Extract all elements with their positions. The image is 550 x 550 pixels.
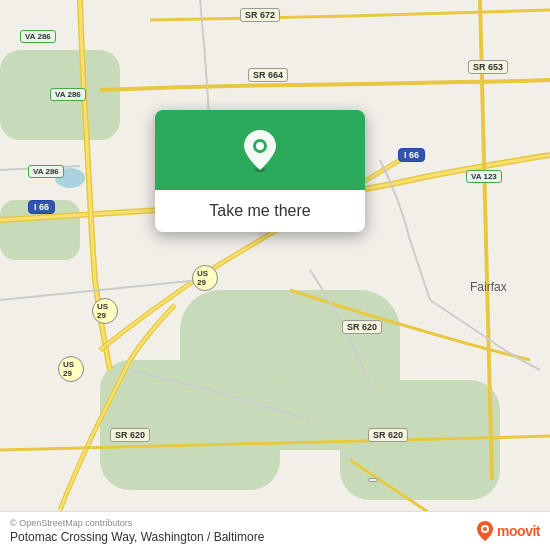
moovit-brand-text: moovit: [497, 523, 540, 539]
take-me-there-button[interactable]: Take me there: [193, 202, 326, 220]
route-sr664: SR 664: [248, 68, 288, 82]
bottom-bar: © OpenStreetMap contributors Potomac Cro…: [0, 511, 550, 550]
route-i66-2: I 66: [398, 148, 425, 162]
route-va123: VA 123: [466, 170, 502, 183]
route-i66-1: I 66: [28, 200, 55, 214]
svg-point-4: [483, 527, 487, 531]
roads-overlay: [0, 0, 550, 550]
popup-header: [155, 110, 365, 190]
route-va286-1: VA 286: [20, 30, 56, 43]
copyright-text: © OpenStreetMap contributors: [10, 518, 540, 528]
route-us29-2: US 29: [92, 298, 118, 324]
route-sr672: SR 672: [240, 8, 280, 22]
route-sr620-2: SR 620: [368, 428, 408, 442]
svg-point-2: [256, 142, 264, 150]
route-us29-3: US 29: [58, 356, 84, 382]
route-sr620-3: [368, 478, 378, 482]
moovit-pin-icon: [476, 520, 494, 542]
route-sr655: SR 620: [342, 320, 382, 334]
route-sr653: SR 653: [468, 60, 508, 74]
route-va286-2: VA 286: [50, 88, 86, 101]
moovit-logo: moovit: [476, 520, 540, 542]
popup-card: Take me there: [155, 110, 365, 232]
route-sr620-1: SR 620: [110, 428, 150, 442]
map-pin-icon: [242, 128, 278, 172]
route-va286-3: VA 286: [28, 165, 64, 178]
route-us29-1: US 29: [192, 265, 218, 291]
city-fairfax: Fairfax: [470, 280, 507, 294]
location-text: Potomac Crossing Way, Washington / Balti…: [10, 530, 540, 544]
map-container: SR 672 SR 664 SR 653 VA 286 VA 286 VA 28…: [0, 0, 550, 550]
